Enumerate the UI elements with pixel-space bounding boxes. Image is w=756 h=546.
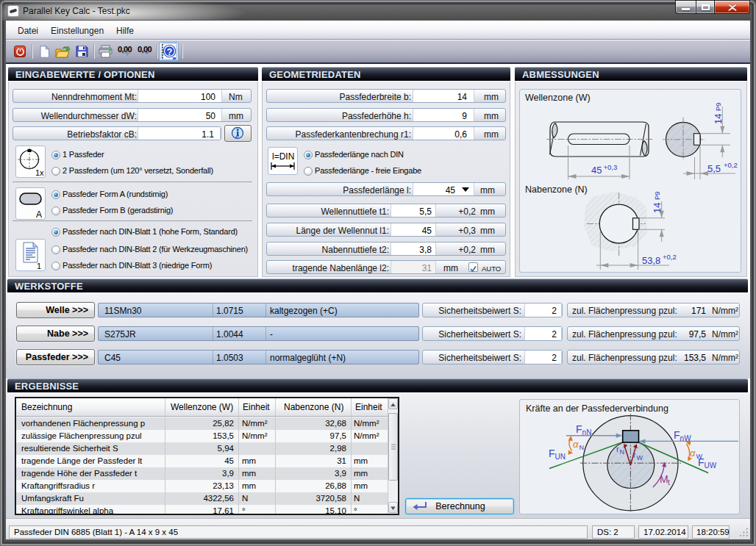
svg-text:14: 14 bbox=[652, 203, 663, 213]
svg-text:t: t bbox=[668, 478, 670, 486]
svg-text:14: 14 bbox=[713, 114, 724, 124]
svg-text:+0,2: +0,2 bbox=[663, 253, 677, 261]
svg-text:Wellenzone (W): Wellenzone (W) bbox=[525, 93, 591, 103]
svg-text:5,5: 5,5 bbox=[707, 163, 721, 174]
svg-text:W: W bbox=[637, 454, 643, 461]
svg-text:FnN: FnN bbox=[576, 423, 591, 437]
svg-text:A: A bbox=[36, 209, 42, 219]
svg-text:N: N bbox=[620, 448, 625, 456]
svg-text:FUN: FUN bbox=[549, 448, 566, 461]
svg-text:+0,2: +0,2 bbox=[724, 161, 738, 169]
svg-text:1: 1 bbox=[37, 262, 41, 270]
svg-text:l=DIN: l=DIN bbox=[272, 151, 294, 162]
svg-text:r: r bbox=[616, 445, 619, 453]
svg-text:P9: P9 bbox=[653, 191, 661, 200]
svg-text:53,8: 53,8 bbox=[642, 255, 660, 266]
svg-text:r: r bbox=[633, 450, 636, 459]
svg-text:N: N bbox=[580, 444, 585, 451]
svg-text:M: M bbox=[660, 473, 668, 485]
svg-text:W: W bbox=[696, 453, 703, 460]
svg-text:Nabenzone (N): Nabenzone (N) bbox=[525, 184, 588, 195]
svg-text:+0,3: +0,3 bbox=[604, 163, 618, 171]
svg-text:P9: P9 bbox=[714, 102, 722, 111]
svg-text:α: α bbox=[690, 448, 696, 459]
svg-text:45: 45 bbox=[591, 165, 602, 176]
svg-text:α: α bbox=[573, 439, 579, 450]
svg-text:FnW: FnW bbox=[674, 429, 691, 442]
svg-text:?: ? bbox=[167, 47, 173, 57]
svg-text:1x: 1x bbox=[35, 168, 44, 177]
